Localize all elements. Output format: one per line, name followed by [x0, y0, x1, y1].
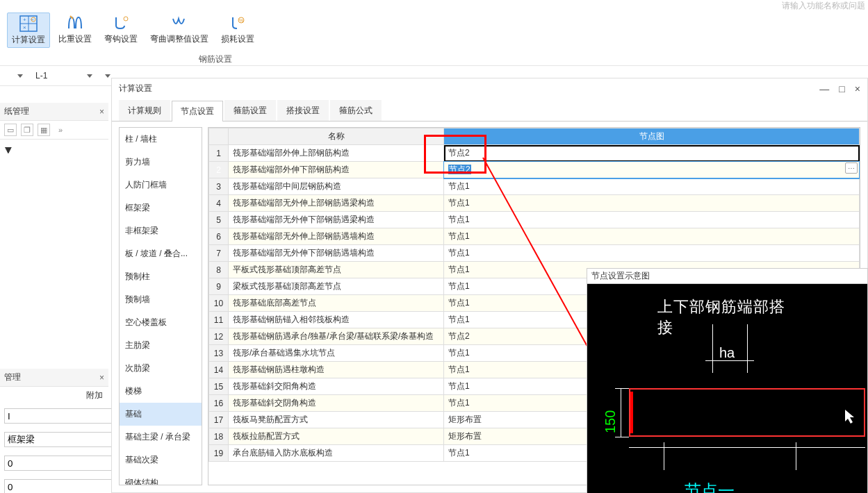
hook-settings-button[interactable]: 弯钩设置	[100, 12, 142, 48]
row-name: 梁板式筏形基础顶部高差节点	[229, 278, 444, 295]
row-number: 17	[209, 412, 229, 428]
dropdown-l1[interactable]: L-1	[31, 69, 97, 83]
svg-text:+: +	[23, 17, 26, 23]
minimize-icon[interactable]: —	[819, 83, 829, 94]
preview-canvas: 上下部钢筋端部搭接 ha 150 节点一	[587, 284, 867, 493]
field-input-2[interactable]	[4, 432, 129, 447]
field-input-1[interactable]	[4, 408, 129, 424]
category-item[interactable]: 主肋梁	[120, 334, 202, 357]
table-row[interactable]: 5筏形基础端部无外伸下部钢筋遇梁构造节点1	[209, 212, 860, 228]
cursor-icon	[844, 409, 857, 424]
dropdown-1[interactable]	[4, 72, 28, 80]
row-value[interactable]: 节点2⋯	[444, 162, 860, 178]
table-row[interactable]: 7筏形基础端部无外伸下部钢筋遇墙构造节点1	[209, 245, 860, 262]
tab-1[interactable]: 节点设置	[172, 101, 223, 122]
row-value[interactable]: 节点1	[444, 195, 860, 212]
close-icon[interactable]: ×	[855, 83, 860, 94]
category-item[interactable]: 预制柱	[120, 265, 202, 288]
panel2-sub: 附加	[0, 387, 108, 404]
collapse-icon[interactable]: ⯆	[4, 145, 13, 155]
table-row[interactable]: 2筏形基础端部外伸下部钢筋构造节点2⋯	[209, 162, 860, 178]
category-item[interactable]: 板 / 坡道 / 叠合...	[120, 242, 202, 265]
panel1-title: 纸管理	[4, 106, 29, 117]
maximize-icon[interactable]: □	[839, 83, 844, 94]
weight-settings-button[interactable]: 比重设置	[54, 12, 96, 48]
col-fig: 节点图	[444, 128, 860, 145]
tab-4[interactable]: 箍筋公式	[330, 100, 382, 121]
row-name: 筏形基础钢筋锚入相邻筏板构造	[229, 312, 444, 328]
dialog-tabs: 计算规则节点设置箍筋设置搭接设置箍筋公式	[112, 100, 867, 122]
category-item[interactable]: 人防门框墙	[120, 174, 202, 197]
toolbar-overflow[interactable]: »	[54, 124, 67, 136]
row-number: 16	[209, 395, 229, 412]
row-value[interactable]: 节点1	[444, 178, 860, 195]
row-value[interactable]: 节点1	[444, 212, 860, 228]
row-number: 15	[209, 378, 229, 395]
left-column: 纸管理 × ▭ ❐ ▦ » ⯆ 管理 × 附加	[0, 103, 108, 493]
category-item[interactable]: 基础次梁	[120, 449, 202, 471]
category-item[interactable]: 非框架梁	[120, 219, 202, 242]
row-name: 筏形基础端部无外伸上部钢筋遇墙构造	[229, 228, 444, 245]
ellipsis-button[interactable]: ⋯	[845, 162, 858, 174]
table-row[interactable]: 6筏形基础端部无外伸上部钢筋遇墙构造节点1	[209, 228, 860, 245]
row-name: 筏形基础端部中间层钢筋构造	[229, 178, 444, 195]
category-item[interactable]: 框架梁	[120, 197, 202, 219]
row-number: 18	[209, 428, 229, 445]
dialog-titlebar: 计算设置 — □ ×	[112, 78, 867, 99]
field-row-1	[0, 404, 108, 428]
category-item[interactable]: 剪力墙	[120, 151, 202, 174]
close-icon[interactable]: ×	[99, 107, 104, 117]
search-placeholder[interactable]: 请输入功能名称或问题	[782, 0, 865, 12]
category-list[interactable]: 柱 / 墙柱剪力墙人防门框墙框架梁非框架梁板 / 坡道 / 叠合...预制柱预制…	[119, 127, 202, 485]
attach-label[interactable]: 附加	[86, 390, 103, 401]
tab-0[interactable]: 计算规则	[119, 100, 170, 121]
row-name: 筏形基础端部外伸上部钢筋构造	[229, 145, 444, 162]
table-row[interactable]: 4筏形基础端部无外伸上部钢筋遇梁构造节点1	[209, 195, 860, 212]
row-number: 19	[209, 445, 229, 462]
row-value[interactable]: 节点1	[444, 228, 860, 245]
chevron-down-icon	[105, 74, 110, 78]
svg-text:×: ×	[23, 24, 26, 31]
category-item[interactable]: 基础	[120, 403, 202, 426]
row-number: 2	[209, 162, 229, 178]
category-item[interactable]: 次肋梁	[120, 357, 202, 380]
tool-icon-1[interactable]: ▭	[4, 124, 17, 136]
category-item[interactable]: 预制墙	[120, 288, 202, 311]
field-input-4[interactable]	[4, 479, 129, 493]
field-row-3	[0, 451, 108, 475]
row-number: 3	[209, 178, 229, 195]
bend-icon	[170, 14, 189, 32]
tab-3[interactable]: 搭接设置	[277, 100, 329, 121]
preview-heading: 上下部钢筋端部搭接	[657, 296, 798, 338]
tab-2[interactable]: 箍筋设置	[224, 100, 276, 121]
row-name: 筏板马凳筋配置方式	[229, 412, 444, 428]
chevron-down-icon	[17, 74, 23, 78]
category-item[interactable]: 基础主梁 / 承台梁	[120, 426, 202, 449]
bend-settings-button[interactable]: 弯曲调整值设置	[146, 12, 213, 48]
category-item[interactable]: 楼梯	[120, 380, 202, 403]
row-number: 12	[209, 328, 229, 345]
loss-icon: %	[228, 14, 247, 32]
loss-settings-button[interactable]: % 损耗设置	[217, 12, 259, 48]
field-input-3[interactable]	[4, 456, 129, 471]
hook-icon	[111, 14, 131, 32]
dim-150: 150	[603, 410, 619, 433]
row-number: 11	[209, 312, 229, 328]
calc-settings-button[interactable]: +−× 计算设置	[7, 12, 50, 48]
tool-icon-2[interactable]: ❐	[21, 124, 33, 136]
table-row[interactable]: 1筏形基础端部外伸上部钢筋构造节点2	[209, 145, 860, 162]
dialog-title: 计算设置	[119, 83, 152, 94]
col-name: 名称	[229, 128, 444, 145]
category-item[interactable]: 柱 / 墙柱	[120, 128, 202, 151]
close-icon[interactable]: ×	[99, 373, 104, 383]
row-value[interactable]: 节点1	[444, 245, 860, 262]
row-number: 4	[209, 195, 229, 212]
row-name: 筏形基础端部无外伸上部钢筋遇梁构造	[229, 195, 444, 212]
tool-icon-3[interactable]: ▦	[38, 124, 50, 136]
row-value[interactable]: 节点2	[444, 145, 860, 162]
category-item[interactable]: 砌体结构	[120, 471, 202, 485]
table-row[interactable]: 3筏形基础端部中间层钢筋构造节点1	[209, 178, 860, 195]
category-item[interactable]: 空心楼盖板	[120, 311, 202, 334]
field-row-4	[0, 475, 108, 493]
row-name: 筏形基础端部外伸下部钢筋构造	[229, 162, 444, 178]
